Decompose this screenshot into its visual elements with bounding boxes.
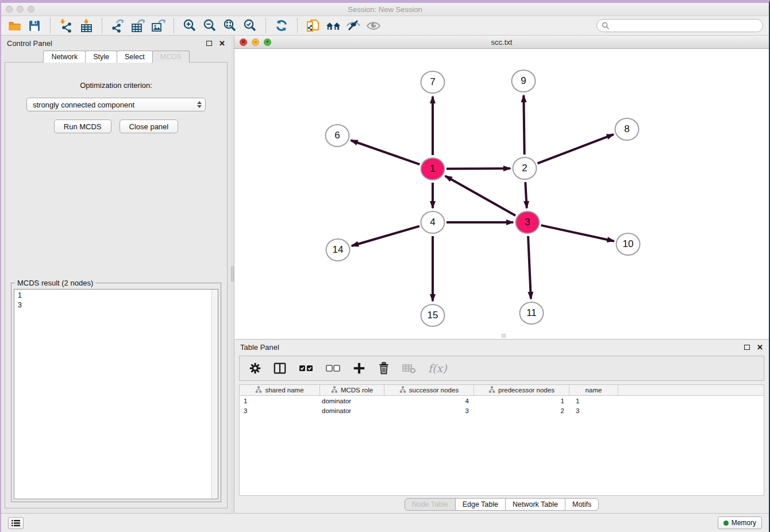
tab-edge-table[interactable]: Edge Table: [455, 498, 506, 511]
zoom-fit-icon[interactable]: [222, 18, 237, 33]
table-body: 1dominator4113dominator323: [240, 396, 764, 415]
export-network-icon[interactable]: [110, 18, 125, 33]
graph-node-7[interactable]: 7: [421, 71, 445, 94]
toolbar-separator: [265, 18, 266, 33]
tab-network[interactable]: Network: [43, 51, 86, 63]
table-panel-title: Table Panel: [240, 343, 279, 352]
zoom-out-icon[interactable]: [202, 18, 217, 33]
home-network-icon[interactable]: [326, 18, 341, 33]
graph-node-11[interactable]: 11: [519, 302, 544, 325]
split-panel-icon[interactable]: [273, 361, 287, 375]
scrollbar[interactable]: [211, 290, 218, 499]
close-panel-button[interactable]: Close panel: [120, 119, 179, 133]
graph-node-3[interactable]: 3: [515, 211, 540, 234]
column-tree-icon: [331, 386, 338, 394]
graph-edge-2-9[interactable]: [523, 95, 524, 155]
import-table-icon[interactable]: [79, 18, 94, 33]
mcds-result-text[interactable]: 13: [14, 289, 218, 499]
window-minimize-icon[interactable]: [17, 6, 24, 13]
settings-gear-icon[interactable]: [249, 362, 261, 375]
network-window: ✕ − + scc.txt 7968124314101511: [234, 36, 769, 339]
memory-button[interactable]: Memory: [718, 516, 762, 529]
style-preview-icon[interactable]: [346, 18, 361, 33]
memory-status-icon: [723, 521, 729, 526]
graph-edge-4-14[interactable]: [352, 226, 419, 246]
select-all-icon[interactable]: [298, 362, 314, 375]
control-panel-tabs: NetworkStyleSelectMCDS: [1, 51, 231, 63]
close-panel-icon[interactable]: ✕: [219, 40, 225, 47]
graph-edge-3-11[interactable]: [528, 236, 531, 299]
zoom-in-icon[interactable]: [182, 18, 197, 33]
tab-mcds[interactable]: MCDS: [152, 51, 190, 63]
network-minimize-icon[interactable]: −: [252, 38, 259, 46]
status-bar: Memory: [1, 513, 769, 532]
delete-row-icon[interactable]: [378, 361, 390, 375]
criterion-select[interactable]: strongly connected component: [26, 98, 206, 111]
graph-node-1[interactable]: 1: [421, 157, 445, 180]
mcds-result-line: 1: [18, 291, 218, 300]
mcds-result-line: 3: [18, 300, 218, 310]
column-header-shared-name[interactable]: shared name: [240, 385, 320, 395]
save-session-icon[interactable]: [27, 18, 42, 33]
tab-node-table[interactable]: Node Table: [405, 498, 456, 511]
graph-node-9[interactable]: 9: [511, 70, 536, 92]
tab-motifs[interactable]: Motifs: [565, 498, 599, 511]
network-window-title: scc.txt: [234, 38, 769, 47]
column-header-successor-nodes[interactable]: successor nodes: [384, 385, 474, 395]
import-network-icon[interactable]: [59, 18, 74, 33]
float-panel-icon[interactable]: [206, 41, 212, 46]
open-session-icon[interactable]: [7, 18, 22, 33]
table-row[interactable]: 1dominator411: [240, 396, 764, 406]
graph-node-10[interactable]: 10: [616, 233, 641, 256]
panel-splitter[interactable]: [231, 36, 234, 513]
table-tabs: Node TableEdge TableNetwork TableMotifs: [405, 498, 599, 511]
window-zoom-icon[interactable]: [28, 6, 34, 13]
task-list-icon: [11, 519, 20, 527]
table-row[interactable]: 3dominator323: [240, 406, 764, 415]
network-canvas[interactable]: 7968124314101511: [234, 49, 769, 339]
graph-node-15[interactable]: 15: [421, 304, 445, 327]
main-toolbar: [1, 16, 769, 36]
network-close-icon[interactable]: ✕: [240, 38, 247, 46]
tab-select[interactable]: Select: [117, 51, 153, 63]
add-row-icon[interactable]: [352, 361, 366, 375]
graph-edges: [234, 49, 769, 339]
column-header-predecessor-nodes[interactable]: predecessor nodes: [474, 385, 569, 395]
export-table-icon[interactable]: [130, 18, 145, 33]
search-input[interactable]: [613, 22, 758, 30]
network-zoom-icon[interactable]: +: [264, 38, 271, 46]
tab-network-table[interactable]: Network Table: [505, 498, 565, 511]
graph-edge-3-10[interactable]: [541, 225, 614, 241]
toolbar-separator: [297, 18, 298, 33]
run-mcds-button[interactable]: Run MCDS: [54, 119, 111, 133]
graph-edge-3-1[interactable]: [445, 176, 515, 215]
graph-edge-2-8[interactable]: [537, 134, 613, 164]
graph-edge-1-6[interactable]: [351, 140, 420, 164]
close-table-panel-icon[interactable]: ✕: [757, 344, 763, 351]
window-traffic-lights[interactable]: [6, 6, 34, 13]
task-history-button[interactable]: [8, 517, 24, 529]
graph-node-6[interactable]: 6: [325, 124, 350, 147]
refresh-icon[interactable]: [274, 18, 289, 33]
graph-node-8[interactable]: 8: [615, 118, 640, 141]
tab-style[interactable]: Style: [85, 51, 117, 63]
canvas-resize-grip[interactable]: [502, 334, 506, 338]
column-tree-icon: [399, 386, 406, 394]
window-close-icon[interactable]: [6, 6, 13, 13]
graph-node-2[interactable]: 2: [513, 157, 537, 180]
zoom-selected-icon[interactable]: [242, 18, 257, 33]
show-graphics-details-icon[interactable]: [366, 18, 381, 33]
search-box[interactable]: [596, 19, 763, 32]
export-image-icon[interactable]: [151, 18, 165, 33]
clone-network-icon[interactable]: [306, 18, 321, 33]
graph-node-4[interactable]: 4: [421, 211, 445, 234]
column-header-name[interactable]: name: [569, 385, 618, 395]
graph-edge-2-3[interactable]: [525, 182, 526, 208]
float-table-panel-icon[interactable]: [744, 345, 750, 350]
network-window-titlebar[interactable]: ✕ − + scc.txt: [234, 36, 769, 49]
deselect-all-icon[interactable]: [325, 362, 341, 375]
column-header-MCDS-role[interactable]: MCDS role: [320, 385, 384, 395]
table-toolbar: f(x): [239, 356, 764, 381]
graph-node-14[interactable]: 14: [326, 238, 351, 261]
graph-edge-1-2[interactable]: [446, 168, 510, 169]
